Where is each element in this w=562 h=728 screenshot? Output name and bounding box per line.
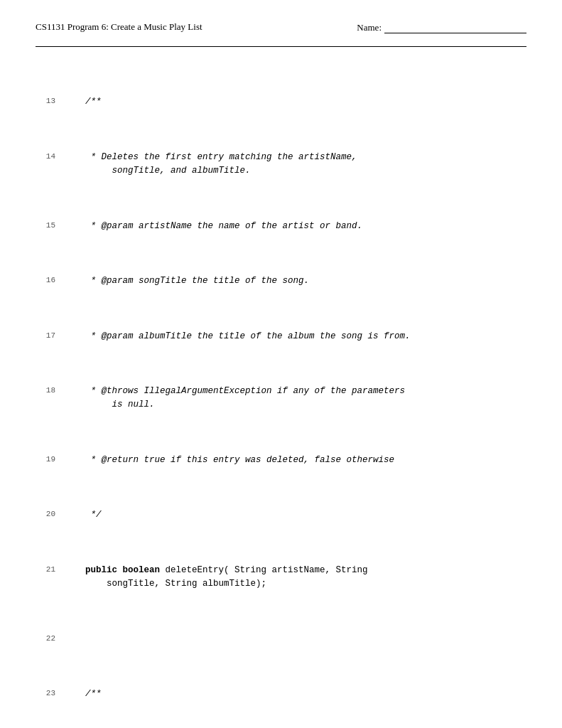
line-23: 23 /** xyxy=(36,687,526,701)
line-16: 16 * @param songTitle the title of the s… xyxy=(36,274,526,288)
page-header: CS1131 Program 6: Create a Music Play Li… xyxy=(36,21,526,33)
page: CS1131 Program 6: Create a Music Play Li… xyxy=(0,0,562,728)
document-title: CS1131 Program 6: Create a Music Play Li… xyxy=(36,21,202,33)
line-21: 21 public boolean deleteEntry( String ar… xyxy=(36,564,526,592)
code-block: 13 /** 14 * Deletes the first entry matc… xyxy=(36,54,526,728)
line-17: 17 * @param albumTitle the title of the … xyxy=(36,330,526,343)
line-13: 13 /** xyxy=(36,95,526,109)
line-18: 18 * @throws IllegalArgumentException if… xyxy=(36,385,526,412)
top-divider xyxy=(36,46,526,47)
name-field: Name: xyxy=(357,21,526,33)
line-15: 15 * @param artistName the name of the a… xyxy=(36,220,526,233)
line-19: 19 * @return true if this entry was dele… xyxy=(36,454,526,467)
line-14: 14 * Deletes the first entry matching th… xyxy=(36,151,526,178)
line-20: 20 */ xyxy=(36,508,526,522)
line-22: 22 xyxy=(36,633,526,646)
